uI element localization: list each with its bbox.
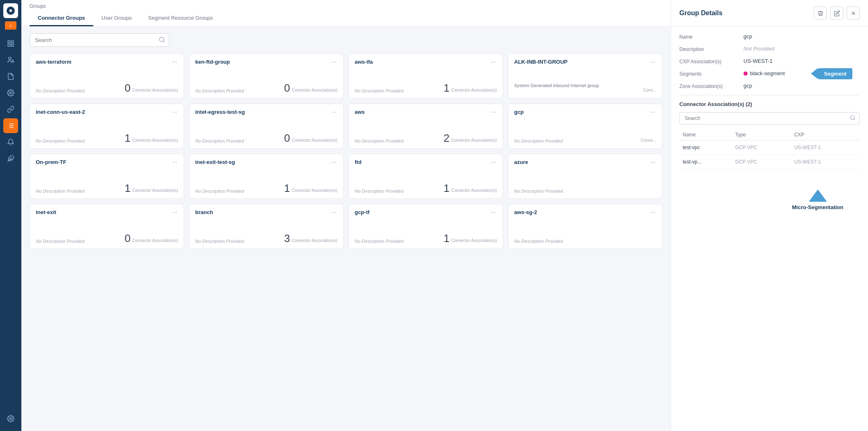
group-card[interactable]: intet-egress-test-sg ··· No Description …: [189, 104, 344, 149]
assoc-search-input[interactable]: [679, 112, 860, 124]
group-card[interactable]: branch ··· No Description Provided 3Conn…: [189, 204, 344, 249]
micro-seg-annotation-area: Micro-Segmentation: [679, 177, 860, 210]
card-count-label: Connector Association(s): [292, 88, 337, 93]
card-body: No Description Provided Conne...: [514, 138, 656, 143]
card-menu-icon[interactable]: ···: [330, 109, 337, 115]
panel-actions: [814, 7, 860, 20]
divider: [679, 95, 860, 95]
right-panel: Group Details Name gcp Description Not P…: [671, 0, 868, 431]
group-card[interactable]: ALK-INB-INT-GROUP ··· System Generated I…: [508, 53, 663, 99]
card-body: No Description Provided: [514, 239, 656, 244]
search-input[interactable]: [30, 33, 169, 47]
card-header: inet-exit-test-sg ···: [195, 159, 337, 166]
card-count-row: 1Connector Association(s): [284, 183, 337, 194]
arrow-left-icon: [811, 68, 818, 79]
page-header: Groups Connector Groups User Groups Segm…: [21, 0, 671, 27]
card-menu-icon[interactable]: ···: [330, 159, 337, 166]
sidebar-item-dashboard[interactable]: [3, 36, 18, 51]
card-menu-icon[interactable]: ···: [330, 59, 337, 65]
card-header: inet-conn-us-east-2 ···: [36, 109, 178, 115]
group-card[interactable]: aws ··· No Description Provided 2Connect…: [349, 104, 503, 149]
edit-button[interactable]: [830, 7, 843, 20]
micro-seg-annotation: Micro-Segmentation: [792, 189, 843, 210]
cxp-value: US-WEST-1: [743, 58, 860, 64]
col-cxp: CXP: [791, 129, 860, 141]
detail-row-name: Name gcp: [679, 33, 860, 40]
sidebar-toggle[interactable]: ›: [5, 21, 16, 30]
sidebar-item-bottom-gear[interactable]: [3, 411, 18, 426]
group-card[interactable]: On-prem-TF ··· No Description Provided 1…: [30, 154, 184, 199]
card-body: No Description Provided: [514, 189, 656, 194]
card-count-row: 1Connector Association(s): [443, 83, 497, 93]
delete-button[interactable]: [814, 7, 827, 20]
card-count-row: 1Connector Association(s): [125, 183, 178, 194]
svg-rect-4: [12, 44, 14, 46]
cxp-label: CXP Association(s): [679, 58, 737, 65]
card-count-row: 0Connector Association(s): [284, 133, 337, 143]
sidebar-item-connections[interactable]: [3, 102, 18, 117]
svg-line-21: [854, 119, 855, 120]
segment-annotation: Segment: [811, 68, 852, 79]
card-menu-icon[interactable]: ···: [490, 209, 497, 216]
card-menu-icon[interactable]: ···: [649, 59, 656, 65]
card-count: 0: [125, 83, 130, 93]
card-description: No Description Provided: [195, 239, 244, 244]
card-menu-icon[interactable]: ···: [171, 59, 178, 65]
card-header: gcp-tf ···: [355, 209, 497, 216]
group-card[interactable]: aws-ifa ··· No Description Provided 1Con…: [349, 53, 503, 99]
card-description: No Description Provided: [195, 138, 244, 143]
card-body: No Description Provided 1Connector Assoc…: [355, 181, 497, 194]
card-menu-icon[interactable]: ···: [171, 109, 178, 115]
card-menu-icon[interactable]: ···: [490, 59, 497, 65]
sidebar-item-bell[interactable]: [3, 135, 18, 150]
card-count: 1: [125, 133, 130, 143]
name-label: Name: [679, 33, 737, 40]
card-count-label: Connector Association(s): [132, 188, 178, 194]
card-count: 1: [125, 183, 130, 194]
sidebar-item-docs[interactable]: [3, 69, 18, 84]
detail-row-zone: Zone Association(s) gcp: [679, 83, 860, 89]
group-card[interactable]: inet-exit ··· No Description Provided 0C…: [30, 204, 184, 249]
tab-segment-resource-groups[interactable]: Segment Resource Groups: [140, 11, 222, 26]
sidebar-item-puzzle[interactable]: [3, 151, 18, 166]
card-name: ALK-INB-INT-GROUP: [514, 59, 568, 65]
tab-connector-groups[interactable]: Connector Groups: [30, 11, 93, 26]
card-menu-icon[interactable]: ···: [330, 209, 337, 216]
group-card[interactable]: inet-exit-test-sg ··· No Description Pro…: [189, 154, 344, 199]
card-menu-icon[interactable]: ···: [649, 159, 656, 166]
group-card[interactable]: gcp ··· No Description Provided Conne...: [508, 104, 663, 149]
connector-table: Name Type CXP test-vpc GCP VPC US-WEST-1…: [679, 129, 860, 169]
card-count-label: Connector Association(s): [451, 88, 497, 93]
card-menu-icon[interactable]: ···: [649, 209, 656, 216]
group-card[interactable]: aws-sg-2 ··· No Description Provided: [508, 204, 663, 249]
card-footer: No Description Provided 3Connector Assoc…: [195, 231, 337, 244]
search-icon: [159, 36, 165, 44]
card-menu-icon[interactable]: ···: [171, 209, 178, 216]
group-card[interactable]: aws-terraform ··· No Description Provide…: [30, 53, 184, 99]
card-header: inet-exit ···: [36, 209, 178, 216]
sidebar-item-users[interactable]: [3, 53, 18, 67]
tab-user-groups[interactable]: User Groups: [93, 11, 140, 26]
sidebar-bottom: [3, 411, 18, 431]
card-count-label: Connector Association(s): [132, 88, 178, 93]
group-card[interactable]: azure ··· No Description Provided: [508, 154, 663, 199]
segment-badge-label: Segment: [818, 68, 852, 79]
card-menu-icon[interactable]: ···: [490, 159, 497, 166]
group-card[interactable]: ftd ··· No Description Provided 1Connect…: [349, 154, 503, 199]
card-menu-icon[interactable]: ···: [649, 109, 656, 115]
card-count-row: 3Connector Association(s): [284, 233, 337, 244]
close-button[interactable]: [847, 7, 860, 20]
group-card[interactable]: ken-ftd-group ··· No Description Provide…: [189, 53, 344, 99]
card-name: azure: [514, 159, 528, 165]
card-header: ftd ···: [355, 159, 497, 166]
card-menu-icon[interactable]: ···: [171, 159, 178, 166]
card-menu-icon[interactable]: ···: [490, 109, 497, 115]
sidebar-item-settings[interactable]: [3, 85, 18, 100]
group-card[interactable]: inet-conn-us-east-2 ··· No Description P…: [30, 104, 184, 149]
card-footer: No Description Provided 1Connector Assoc…: [36, 181, 178, 194]
svg-line-17: [163, 41, 164, 42]
card-name: inet-exit-test-sg: [195, 159, 235, 165]
group-card[interactable]: gcp-tf ··· No Description Provided 1Conn…: [349, 204, 503, 249]
col-type: Type: [732, 129, 791, 141]
sidebar-item-groups[interactable]: [3, 118, 18, 133]
